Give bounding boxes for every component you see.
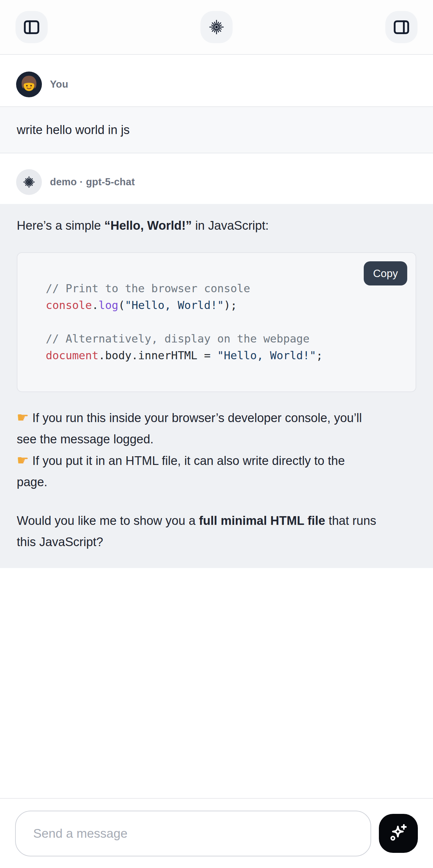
user-message-text: write hello world in js (17, 123, 130, 136)
user-message: write hello world in js (0, 106, 433, 153)
chat-app: You write hello world in js demo · (0, 0, 433, 868)
code-block: Copy // Print to the browser consolecons… (17, 252, 416, 392)
pointing-right-icon: ☛ (17, 410, 29, 425)
sparkle-icon (388, 822, 409, 844)
user-avatar (16, 71, 42, 97)
message-input[interactable] (15, 811, 371, 857)
person-emoji-icon (16, 71, 42, 97)
user-role-row: You (0, 71, 433, 97)
assistant-followup-paragraph: Would you like me to show you a full min… (17, 510, 416, 553)
panel-left-icon (23, 19, 40, 35)
panel-right-icon (393, 19, 410, 35)
assistant-avatar (16, 169, 42, 195)
user-role-label: You (50, 79, 68, 90)
assistant-role-label: demo · gpt-5-chat (50, 176, 135, 188)
conversation: You write hello world in js demo · (0, 55, 433, 798)
code-content: // Print to the browser consoleconsole.l… (46, 280, 387, 364)
toggle-right-sidebar-button[interactable] (385, 11, 417, 43)
pointing-right-icon: ☛ (17, 453, 29, 468)
assistant-message: Here’s a simple “Hello, World!” in JavaS… (0, 204, 433, 568)
starburst-icon (208, 18, 225, 36)
toggle-left-sidebar-button[interactable] (16, 11, 48, 43)
starburst-icon (22, 175, 36, 189)
assistant-tips-paragraph: ☛ If you run this inside your browser’s … (17, 407, 416, 493)
composer-bar (0, 798, 433, 868)
send-button[interactable] (379, 814, 418, 853)
top-bar (0, 0, 433, 55)
assistant-intro-paragraph: Here’s a simple “Hello, World!” in JavaS… (17, 215, 416, 236)
assistant-role-row: demo · gpt-5-chat (0, 169, 433, 195)
model-home-button[interactable] (200, 11, 233, 43)
copy-code-button[interactable]: Copy (364, 261, 407, 285)
